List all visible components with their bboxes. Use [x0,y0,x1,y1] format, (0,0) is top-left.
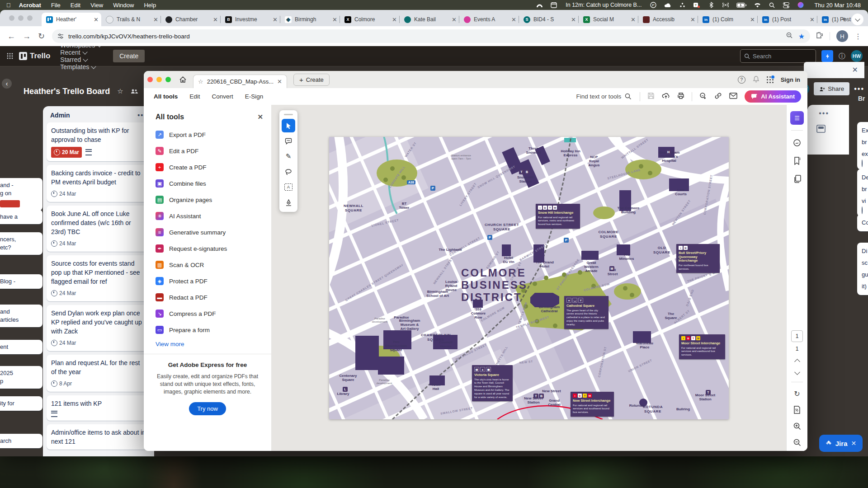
trello-search-input[interactable]: Search [740,49,816,63]
tool-item-export-a-pdf[interactable]: ↗Export a PDF [144,127,271,143]
tab-close-icon[interactable]: ✕ [571,16,576,23]
adobe-apps-grid-icon[interactable] [767,76,774,83]
tool-item-combine-files[interactable]: ▣Combine files [144,175,271,192]
dots-app-icon[interactable] [679,1,686,9]
find-tool[interactable]: Find text or tools [576,93,632,100]
menubar-item-view[interactable]: View [90,2,103,9]
tool-item-ai-assistant[interactable]: ✳AI Assistant [144,208,271,224]
menubar-item-edit[interactable]: Edit [71,2,80,9]
forward-icon[interactable]: → [23,32,31,41]
tab-close-icon[interactable]: ✕ [153,16,158,23]
trello-card[interactable]: Admin/office items to ask about in next … [47,424,151,450]
onedrive-icon[interactable] [664,1,671,9]
acrobat-menu-edit[interactable]: Edit [189,93,200,100]
apple-menu-icon[interactable]:  [6,2,11,9]
browser-tab[interactable]: XSocial M✕ [579,13,638,26]
select-tool[interactable] [282,119,295,132]
bookmarks-icon[interactable] [790,154,804,168]
jira-widget[interactable]: Jira ✕ [819,435,863,452]
notifications-bell-icon[interactable] [753,75,760,84]
browser-tab[interactable]: in(1) Post✕ [758,13,817,26]
tool-item-protect-a-pdf[interactable]: ◈Protect a PDF [144,273,271,289]
window-controls[interactable] [0,10,42,26]
window-minimize-button[interactable] [18,15,24,21]
sidebar-collapse-icon[interactable]: ‹ [2,79,12,89]
siri-icon[interactable] [797,1,804,9]
menubar-clock[interactable]: Thu 20 Mar 10:48 [814,2,861,9]
clipped-card[interactable]: Blog - [0,274,42,289]
due-date-badge[interactable]: 20 Mar [51,147,82,158]
browser-tab[interactable]: Trails & N✕ [101,13,161,26]
palette-handle[interactable] [284,114,293,115]
tab-close-icon[interactable]: ✕ [690,16,695,23]
menubar-item-file[interactable]: File [51,2,61,9]
browser-tab[interactable]: in(1) Colm✕ [698,13,758,26]
email-icon[interactable] [729,93,737,100]
menubar-item-window[interactable]: Window [113,2,134,9]
onepassword-icon[interactable]: P [650,1,657,9]
trello-nav-starred[interactable]: Starred [60,56,101,63]
comment-tool[interactable] [282,134,295,148]
trello-card[interactable]: Source costs for events stand pop up tha… [47,255,151,301]
trello-user-avatar[interactable]: HW [851,50,863,62]
doc-tab-close-icon[interactable]: ✕ [277,78,282,85]
tab-close-icon[interactable]: ✕ [332,16,337,23]
due-date-badge[interactable]: 24 Mar [51,189,76,198]
document-tab[interactable]: ☆ 220616_CBD_Map-Ass... ✕ [193,75,287,89]
trello-logo[interactable]: Trello [19,52,50,61]
acrobat-zoom-button[interactable] [165,77,171,82]
browser-tab[interactable]: BInvestme✕ [221,13,280,26]
jira-close-icon[interactable]: ✕ [851,440,856,447]
window-zoom-button[interactable] [27,15,33,21]
arc-browser-icon[interactable] [536,1,543,9]
battery-icon[interactable] [736,1,746,9]
calendar-event-icon[interactable] [550,1,557,9]
upload-cloud-icon[interactable] [662,92,670,101]
clipped-card[interactable]: arch [0,434,42,448]
due-date-badge[interactable]: 24 Mar [51,239,76,248]
clipped-card[interactable]: Exbrex [857,122,868,169]
trello-card[interactable]: Send Dylan work exp plan once KP replied… [47,305,151,351]
browser-tab[interactable]: Kate Bail✕ [400,13,459,26]
tab-close-icon[interactable]: ✕ [750,16,755,23]
lasso-tool[interactable] [282,165,295,178]
signin-button[interactable]: Sign in [781,76,800,83]
previous-page-icon[interactable] [794,359,800,365]
trello-create-button[interactable]: Create [113,50,145,62]
wifi-icon[interactable] [754,1,761,9]
annotations-icon[interactable] [790,136,804,150]
zoom-out-icon[interactable] [790,436,804,449]
clipped-card[interactable]: have a [0,210,42,224]
trello-nav-recent[interactable]: Recent [60,49,101,56]
text-select-tool[interactable]: A [282,180,295,194]
doc-star-icon[interactable]: ☆ [198,78,203,85]
browser-profile-avatar[interactable]: H [836,30,848,42]
view-more-link[interactable]: View more [144,338,271,354]
fit-page-icon[interactable] [790,403,804,417]
clipped-card[interactable]: ent [0,340,42,354]
menubar-item-acrobat[interactable]: Acrobat [19,2,41,9]
due-date-badge[interactable]: 8 Apr [51,379,72,388]
calendar-event-text[interactable]: In 12m: Catch up Colmore B... [566,2,642,8]
due-date-badge[interactable]: 24 Mar [51,338,76,347]
help-icon[interactable]: ⓘ [839,52,845,61]
ai-summary-icon[interactable]: ☰ [790,111,804,125]
tab-close-icon[interactable]: ✕ [273,16,278,23]
pages-icon[interactable] [790,172,804,186]
acrobat-minimize-button[interactable] [156,77,162,82]
add-card-button[interactable]: +Add a card [47,453,151,456]
panel-close-icon[interactable]: ✕ [257,113,263,121]
request-signature-icon[interactable] [699,92,707,101]
acrobat-help-icon[interactable]: ? [738,76,745,84]
draw-tool[interactable]: ✎ [282,150,295,163]
clipped-card[interactable]: Discguit) [857,243,868,295]
clipped-card[interactable]: and -g on [0,178,42,211]
browser-menu-icon[interactable]: ⋮ [854,32,862,41]
clipped-card[interactable]: ncers,etc? [0,232,42,255]
tool-item-create-a-pdf[interactable]: +Create a PDF [144,159,271,175]
panel-close-icon[interactable]: ✕ [852,66,858,74]
tool-item-compress-a-pdf[interactable]: ↘Compress a PDF [144,305,271,322]
acrobat-menu-all-tools[interactable]: All tools [154,93,178,100]
clipped-card[interactable]: Debrvi [857,169,868,216]
control-center-icon[interactable] [783,1,790,9]
